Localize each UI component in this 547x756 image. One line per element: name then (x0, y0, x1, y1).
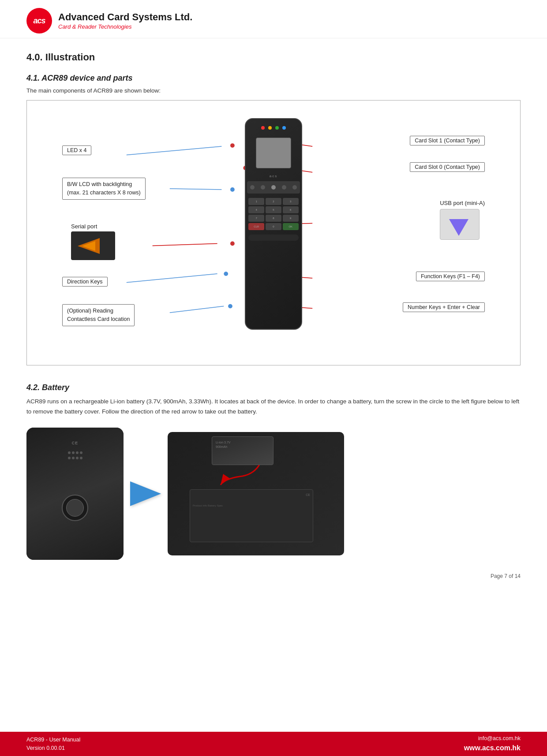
lcd-label-text: B/W LCD with backlighting(max. 21 charac… (67, 181, 141, 196)
battery-device-back: CE (26, 428, 124, 560)
number-keys-label: Number Keys + Enter + Clear (403, 302, 485, 312)
card-slot-1-label: Card Slot 1 (Contact Type) (410, 136, 485, 145)
svg-point-19 (230, 143, 235, 148)
optional-label-text: (Optional) ReadingContactless Card locat… (67, 308, 130, 322)
device-illustration-box: acs 1 2 3 4 5 6 7 (26, 100, 521, 365)
function-keys-label: Function Keys (F1 – F4) (416, 272, 485, 281)
led-label: LED x 4 (62, 145, 91, 155)
subsection-41-title: 4.1. ACR89 device and parts (26, 74, 521, 83)
main-content: 4.0. Illustration 4.1. ACR89 device and … (0, 38, 547, 617)
serial-label: Serial port (71, 223, 115, 260)
card-slot-0-label: Card Slot 0 (Contact Type) (410, 162, 485, 172)
direction-keys-label: Direction Keys (62, 277, 108, 287)
subsection-42: 4.2. Battery ACR89 runs on a rechargeabl… (26, 383, 521, 560)
svg-line-9 (153, 244, 217, 246)
svg-line-0 (127, 146, 222, 155)
subsection-42-title: 4.2. Battery (26, 383, 521, 392)
lcd-label: B/W LCD with backlighting(max. 21 charac… (62, 178, 146, 200)
svg-point-12 (230, 187, 235, 192)
section-4-title: 4.0. Illustration (26, 52, 521, 63)
footer-version: Version 0.00.01 (26, 744, 80, 752)
svg-point-18 (228, 304, 232, 309)
blue-arrow-icon (124, 480, 168, 507)
footer-right: info@acs.com.hk www.acs.com.hk (464, 734, 521, 753)
company-tagline: Card & Reader Technologies (58, 23, 192, 30)
svg-line-3 (170, 306, 224, 313)
footer-product: ACR89 - User Manual (26, 736, 80, 744)
device-diagram: acs 1 2 3 4 5 6 7 (36, 114, 511, 352)
footer-website: www.acs.com.hk (464, 743, 521, 753)
svg-line-2 (127, 274, 217, 283)
page-footer: ACR89 - User Manual Version 0.00.01 info… (0, 732, 547, 756)
battery-compartment-view: Li-ion 3.7V900mAh CE (168, 432, 344, 555)
svg-point-14 (230, 242, 235, 246)
company-name: Advanced Card Systems Ltd. (58, 11, 192, 23)
usb-port-label: USB port (mini-A) (440, 200, 485, 240)
svg-line-1 (170, 189, 222, 190)
subsection-41-intro: The main components of ACR89 are shown b… (26, 87, 521, 94)
battery-images: CE (26, 428, 521, 560)
company-name-block: Advanced Card Systems Ltd. Card & Reader… (58, 11, 192, 30)
battery-description: ACR89 runs on a rechargeable Li-ion batt… (26, 397, 521, 417)
device-illustration: acs 1 2 3 4 5 6 7 (245, 118, 302, 330)
footer-email: info@acs.com.hk (464, 734, 521, 743)
optional-reading-label: (Optional) ReadingContactless Card locat… (62, 304, 135, 326)
acs-logo-icon: acs (26, 8, 52, 34)
footer-left: ACR89 - User Manual Version 0.00.01 (26, 736, 80, 752)
svg-point-15 (224, 272, 228, 276)
page-number: Page 7 of 14 (26, 573, 521, 579)
page-header: acs Advanced Card Systems Ltd. Card & Re… (0, 0, 547, 38)
